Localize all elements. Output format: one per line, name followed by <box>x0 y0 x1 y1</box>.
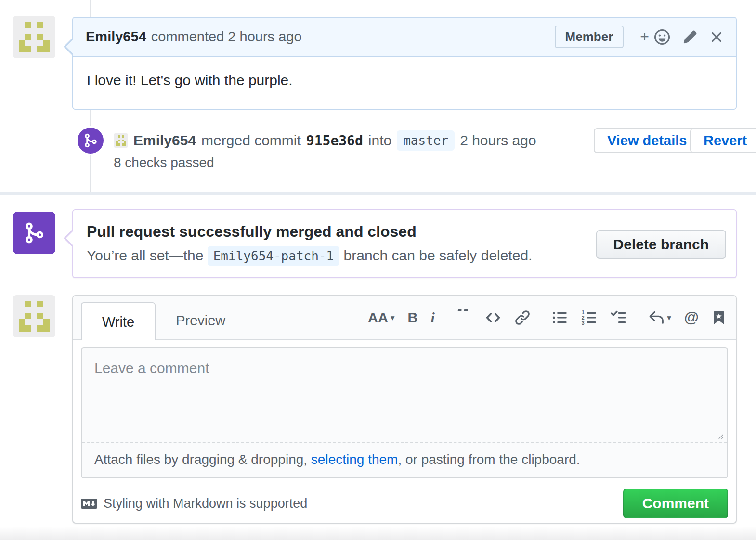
italic-icon[interactable]: i <box>431 309 435 326</box>
delete-branch-button[interactable]: Delete branch <box>596 230 726 259</box>
pull-request-timeline: Emily654 commented 2 hours ago Member + <box>0 0 756 540</box>
mention-icon[interactable]: @ <box>684 309 699 326</box>
list-ordered-icon[interactable]: 1 2 3 <box>581 309 598 326</box>
attach-files-note: Attach files by dragging & dropping, sel… <box>82 443 727 477</box>
comment-body: I love it! Let's go with the purple. <box>73 57 736 104</box>
branch-tag-patch[interactable]: Emily654-patch-1 <box>208 246 339 266</box>
merge-event: Emily654 merged commit 915e36d into mast… <box>114 127 536 154</box>
branch-tag-master[interactable]: master <box>397 130 455 151</box>
merge-timestamp[interactable]: 2 hours ago <box>460 132 536 149</box>
composer-footer: Styling with Markdown is supported Comme… <box>81 489 728 518</box>
smiley-icon[interactable] <box>654 29 670 45</box>
checks-status[interactable]: 8 checks passed <box>114 155 214 170</box>
comment-input-area: Attach files by dragging & dropping, sel… <box>81 347 728 478</box>
avatar[interactable] <box>13 295 55 337</box>
comment-author-link[interactable]: Emily654 <box>86 29 146 45</box>
tasklist-icon[interactable] <box>611 309 627 326</box>
bold-icon[interactable]: B <box>408 310 418 326</box>
git-merge-icon <box>13 212 55 254</box>
quote-icon[interactable]: “ <box>456 309 472 326</box>
saved-reply-icon[interactable]: ▾ <box>648 309 671 326</box>
edit-pencil-icon[interactable] <box>683 30 697 44</box>
avatar[interactable] <box>114 133 128 148</box>
view-details-button[interactable]: View details <box>594 128 701 153</box>
comment-header: Emily654 commented 2 hours ago Member + <box>73 18 736 57</box>
link-icon[interactable] <box>514 309 531 326</box>
chevron-down-icon: ▾ <box>391 313 395 323</box>
merged-banner: Pull request successfully merged and clo… <box>72 209 737 278</box>
list-unordered-icon[interactable] <box>552 309 568 326</box>
commit-sha-link[interactable]: 915e36d <box>306 133 363 149</box>
comment-textarea[interactable] <box>82 348 727 443</box>
add-reaction-plus[interactable]: + <box>640 28 649 46</box>
comment-timestamp[interactable]: 2 hours ago <box>228 29 301 44</box>
member-badge: Member <box>555 26 624 48</box>
avatar[interactable] <box>13 16 55 58</box>
markdown-toolbar: AA▾ B i “ <box>368 296 726 339</box>
merge-author-link[interactable]: Emily654 <box>133 132 196 149</box>
comment-submit-button[interactable]: Comment <box>623 489 728 518</box>
composer-header: Write Preview AA▾ B i “ <box>73 296 736 340</box>
merge-action: merged commit <box>201 132 301 149</box>
tab-preview[interactable]: Preview <box>156 302 246 339</box>
chevron-down-icon: ▾ <box>667 313 671 323</box>
close-icon[interactable] <box>710 30 723 44</box>
resize-handle[interactable] <box>716 431 724 440</box>
comment-header-actions: + <box>640 28 723 46</box>
tab-write[interactable]: Write <box>81 302 156 340</box>
markdown-note: Styling with Markdown is supported <box>81 496 307 511</box>
bookmark-icon[interactable] <box>712 309 726 326</box>
svg-text:3: 3 <box>582 320 585 326</box>
select-files-link[interactable]: selecting them <box>311 452 398 467</box>
text-size-icon[interactable]: AA▾ <box>368 310 394 326</box>
code-icon[interactable] <box>485 309 501 326</box>
markdown-icon <box>81 499 97 509</box>
page-bottom-fade <box>0 527 756 540</box>
comment-composer: Write Preview AA▾ B i “ <box>72 295 737 524</box>
merge-into-label: into <box>368 132 391 149</box>
section-divider <box>0 192 756 195</box>
revert-button[interactable]: Revert <box>690 128 756 153</box>
comment: Emily654 commented 2 hours ago Member + <box>72 17 737 110</box>
git-merge-icon <box>76 126 105 155</box>
comment-action: commented 2 hours ago <box>151 29 302 45</box>
